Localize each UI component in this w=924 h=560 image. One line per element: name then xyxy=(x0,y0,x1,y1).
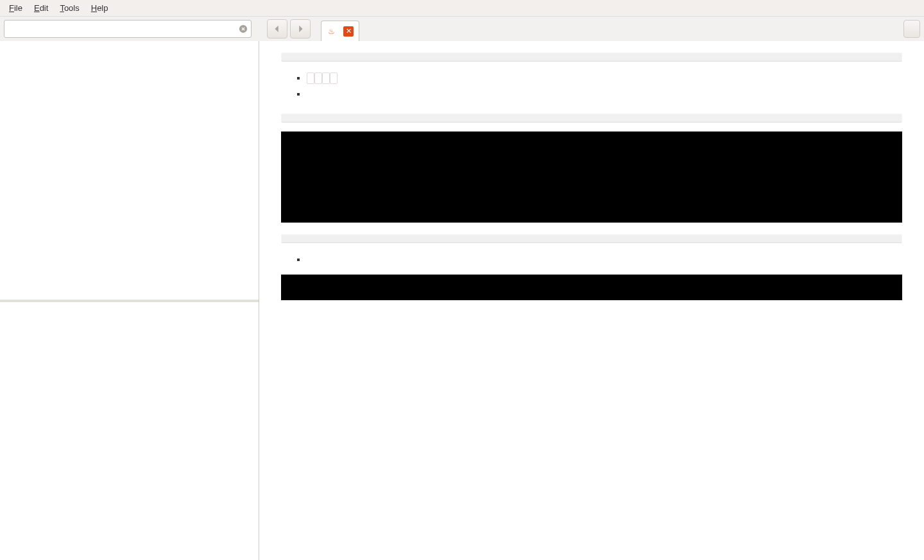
menu-edit[interactable]: Edit xyxy=(29,1,53,15)
section-heading-cache xyxy=(281,53,902,62)
clear-icon[interactable] xyxy=(239,24,248,33)
content-pane[interactable] xyxy=(259,41,924,560)
section-heading-customid xyxy=(281,234,902,243)
tab-annotations[interactable]: ♨ ✕ xyxy=(321,21,359,41)
menu-file[interactable]: File xyxy=(4,1,28,15)
list-item xyxy=(307,87,902,103)
code-block xyxy=(281,132,902,223)
results-bottom-list[interactable] xyxy=(0,302,259,561)
search-input[interactable] xyxy=(4,20,252,38)
menu-help[interactable]: Help xyxy=(86,1,114,15)
menu-tools[interactable]: Tools xyxy=(55,1,84,15)
docset-icon: ♨ xyxy=(327,27,336,36)
menubar: File Edit Tools Help xyxy=(0,0,924,17)
toolbar: ♨ ✕ xyxy=(0,17,924,41)
list-item xyxy=(307,71,902,87)
code-block xyxy=(281,275,902,300)
results-top-list[interactable] xyxy=(0,41,259,302)
nav-forward-button[interactable] xyxy=(290,19,311,38)
open-url-button[interactable] xyxy=(903,20,920,38)
tab-close-icon[interactable]: ✕ xyxy=(343,26,354,37)
section-heading-changetracking xyxy=(281,114,902,123)
sidebar xyxy=(0,41,259,560)
list-item xyxy=(307,252,902,268)
nav-back-button[interactable] xyxy=(267,19,287,38)
